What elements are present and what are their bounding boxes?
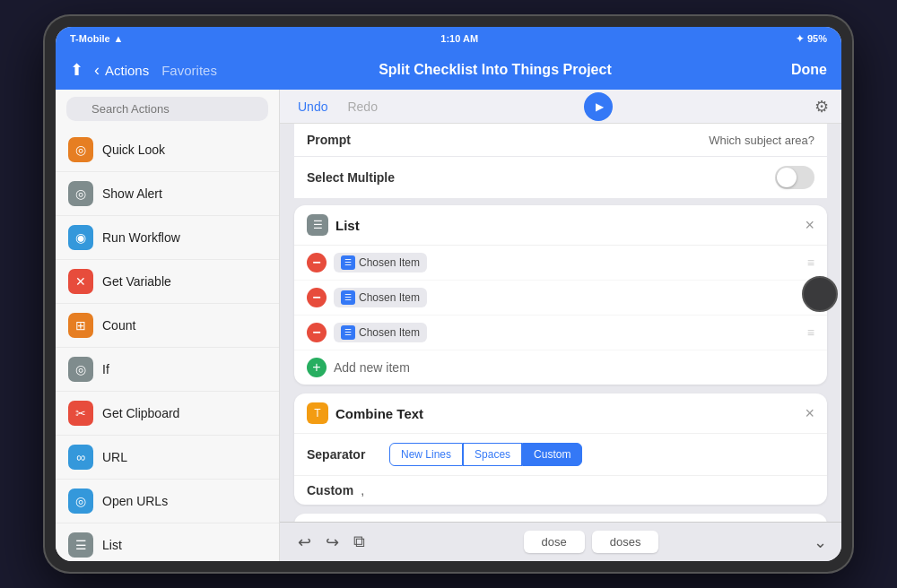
search-bar: 🔍 <box>56 90 279 128</box>
url-card-header: 🔗 URL × <box>294 514 827 522</box>
settings-icon[interactable]: ⚙ <box>814 97 829 117</box>
status-time: 1:10 AM <box>440 33 478 44</box>
combine-text-title: Combine Text <box>335 406 805 421</box>
list-card-header: ☰ List × <box>294 205 827 246</box>
right-panel: Undo Redo ⚙ Prompt Which subject area? <box>280 90 841 561</box>
undo-button[interactable]: Undo <box>292 98 333 116</box>
bluetooth-icon: ✦ <box>796 33 804 45</box>
add-item-row[interactable]: + Add new item <box>294 350 827 385</box>
list-item-3-badge[interactable]: ☰ Chosen Item <box>334 323 427 342</box>
workflow-area: Prompt Which subject area? Select Multip… <box>280 124 841 522</box>
sidebar-item-show-alert[interactable]: ◎ Show Alert <box>56 172 279 216</box>
list-item-3: − ☰ Chosen Item ≡ <box>294 316 827 350</box>
action-label-2: Run Workflow <box>102 230 180 245</box>
chosen-item-3-label: Chosen Item <box>359 326 420 339</box>
status-right: ✦ 95% <box>796 33 827 45</box>
chosen-item-1-label: Chosen Item <box>359 256 420 269</box>
keyboard-hide-button[interactable]: ⌄ <box>814 532 827 552</box>
status-bar: T-Mobile ▲ 1:10 AM ✦ 95% <box>56 27 841 50</box>
sidebar-item-get-clipboard[interactable]: ✂ Get Clipboard <box>56 392 279 436</box>
list-item-2: − ☰ Chosen Item ≡ <box>294 281 827 316</box>
separator-buttons: New Lines Spaces Custom <box>389 443 582 466</box>
combine-text-close[interactable]: × <box>805 405 814 421</box>
add-item-label: Add new item <box>334 360 410 375</box>
action-label-9: List <box>102 538 122 552</box>
prompt-label: Prompt <box>307 133 351 147</box>
sep-spaces[interactable]: Spaces <box>463 443 522 466</box>
add-item-plus[interactable]: + <box>307 358 327 377</box>
bottom-bar: ↩ ↪ ⧉ dose doses ⌄ <box>280 522 841 561</box>
custom-value: , <box>361 483 364 497</box>
chosen-item-1-icon: ☰ <box>341 255 355 270</box>
select-multiple-toggle[interactable] <box>775 166 814 189</box>
action-label-4: Count <box>102 318 135 333</box>
list-item-1-drag[interactable]: ≡ <box>807 255 814 270</box>
done-button[interactable]: Done <box>773 62 827 78</box>
list-item-3-drag[interactable]: ≡ <box>807 325 814 340</box>
redo-button[interactable]: Redo <box>342 98 382 116</box>
action-label-3: Get Variable <box>102 274 171 289</box>
wifi-icon: ▲ <box>114 33 124 44</box>
carrier-text: T-Mobile <box>70 33 110 44</box>
sidebar-item-count[interactable]: ⊞ Count <box>56 304 279 348</box>
toolbar: Undo Redo ⚙ <box>280 90 841 124</box>
list-item-1-badge[interactable]: ☰ Chosen Item <box>334 253 427 272</box>
favorites-tab[interactable]: Favorites <box>161 63 217 78</box>
url-card: 🔗 URL × URL things:///add-project?title=… <box>294 514 827 522</box>
action-icon-0: ◎ <box>68 137 93 162</box>
search-input[interactable] <box>66 97 268 121</box>
sidebar-item-quick-look[interactable]: ◎ Quick Look <box>56 128 279 172</box>
back-button[interactable]: Actions <box>105 63 149 78</box>
redo-tool-button[interactable]: ↪ <box>322 529 343 556</box>
sidebar-item-if[interactable]: ◎ If <box>56 348 279 392</box>
undo-tool-button[interactable]: ↩ <box>294 529 315 556</box>
sidebar-item-list[interactable]: ☰ List <box>56 523 279 561</box>
list-item-1: − ☰ Chosen Item ≡ <box>294 246 827 281</box>
prompt-row: Prompt Which subject area? <box>294 124 827 156</box>
actions-list: ◎ Quick Look ◎ Show Alert ◉ Run Workflow… <box>56 128 279 561</box>
action-icon-9: ☰ <box>68 532 93 558</box>
play-button[interactable] <box>584 92 613 121</box>
prompt-value: Which subject area? <box>709 134 814 147</box>
search-wrap: 🔍 <box>66 97 268 121</box>
action-label-5: If <box>102 362 109 376</box>
sidebar-item-url[interactable]: ∞ URL <box>56 436 279 480</box>
action-icon-7: ∞ <box>68 445 93 470</box>
action-label-8: Open URLs <box>102 494 168 508</box>
workflow-title: Split Checklist Into Things Project <box>217 62 773 78</box>
status-left: T-Mobile ▲ <box>70 33 124 44</box>
sidebar-item-run-workflow[interactable]: ◉ Run Workflow <box>56 216 279 260</box>
chosen-item-3-icon: ☰ <box>341 325 355 340</box>
word-suggestion-1[interactable]: dose <box>524 531 585 553</box>
separator-label: Separator <box>307 447 379 462</box>
list-card-close[interactable]: × <box>805 217 814 233</box>
combine-text-icon: T <box>307 402 328 424</box>
main-content: 🔍 ◎ Quick Look ◎ Show Alert ◉ Run Workfl… <box>56 90 841 561</box>
list-item-3-remove[interactable]: − <box>307 323 327 342</box>
list-card-icon: ☰ <box>307 214 328 236</box>
select-multiple-row: Select Multiple <box>294 157 827 198</box>
sidebar: 🔍 ◎ Quick Look ◎ Show Alert ◉ Run Workfl… <box>56 90 280 561</box>
select-multiple-label: Select Multiple <box>307 170 395 185</box>
screen: T-Mobile ▲ 1:10 AM ✦ 95% ⬆ ‹ Actions Fav… <box>56 27 841 561</box>
sep-new-lines[interactable]: New Lines <box>389 443 463 466</box>
action-icon-8: ◎ <box>68 489 93 514</box>
list-item-2-remove[interactable]: − <box>307 288 327 307</box>
action-label-1: Show Alert <box>102 186 162 201</box>
battery-text: 95% <box>807 33 827 44</box>
list-item-1-remove[interactable]: − <box>307 253 327 272</box>
copy-tool-button[interactable]: ⧉ <box>350 529 369 555</box>
list-item-2-badge[interactable]: ☰ Chosen Item <box>334 288 427 307</box>
sidebar-item-get-variable[interactable]: ✕ Get Variable <box>56 260 279 304</box>
action-icon-3: ✕ <box>68 269 93 294</box>
header: ⬆ ‹ Actions Favorites Split Checklist In… <box>56 50 841 90</box>
action-icon-6: ✂ <box>68 401 93 426</box>
share-icon[interactable]: ⬆ <box>70 60 83 80</box>
word-suggestion-2[interactable]: doses <box>592 531 659 553</box>
action-icon-1: ◎ <box>68 181 93 206</box>
action-icon-2: ◉ <box>68 225 93 250</box>
sep-custom[interactable]: Custom <box>522 443 582 466</box>
sidebar-item-open-urls[interactable]: ◎ Open URLs <box>56 480 279 523</box>
action-label-0: Quick Look <box>102 143 165 157</box>
home-button[interactable] <box>802 276 838 312</box>
